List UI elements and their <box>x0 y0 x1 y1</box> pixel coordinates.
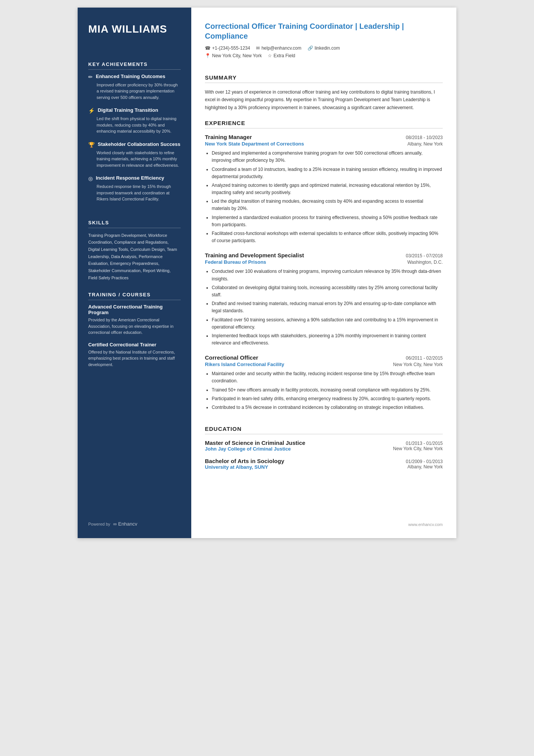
linkedin-contact: 🔗 linkedin.com <box>308 45 340 51</box>
training-section-title: TRAINING / COURSES <box>88 292 181 300</box>
exp-org: Rikers Island Correctional Facility <box>205 362 284 367</box>
edu-org-row: John Jay College of Criminal Justice New… <box>205 446 443 452</box>
main-footer: www.enhancv.com <box>205 515 443 527</box>
edu-location: Albany, New York <box>408 464 443 470</box>
training-item: Advanced Correctional Training Program P… <box>88 304 181 336</box>
training-item: Certified Correctional Trainer Offered b… <box>88 342 181 368</box>
achievement-header: 🏆 Stakeholder Collaboration Success <box>88 141 181 148</box>
sidebar-footer: Powered by ∞ Enhancv <box>88 510 181 527</box>
achievement-header: ⚡ Digital Training Transition <box>88 107 181 114</box>
experience-block: Training Manager 08/2018 - 10/2023 New Y… <box>205 134 443 244</box>
enhancv-brand: ∞ Enhancv <box>113 521 137 527</box>
achievement-title: Stakeholder Collaboration Success <box>98 141 180 148</box>
bullet-item: Designed and implemented a comprehensive… <box>212 150 443 164</box>
achievement-icon: ⚡ <box>88 108 95 114</box>
achievement-title: Enhanced Training Outcomes <box>96 74 165 80</box>
sidebar: MIA WILLIAMS KEY ACHIEVEMENTS ✏ Enhanced… <box>78 8 191 538</box>
linkedin-icon: 🔗 <box>308 45 313 51</box>
bullet-item: Facilitated over 50 training sessions, a… <box>212 316 443 331</box>
education-section-title: EDUCATION <box>205 426 443 434</box>
bullet-item: Maintained order and security within the… <box>212 370 443 385</box>
exp-title: Correctional Officer <box>205 354 258 361</box>
bullet-item: Participated in team-led safety drills, … <box>212 395 443 402</box>
achievement-item: ⚡ Digital Training Transition Led the sh… <box>88 107 181 135</box>
achievement-header: ◎ Incident Response Efficiency <box>88 175 181 182</box>
summary-text: With over 12 years of experience in corr… <box>205 88 443 111</box>
exp-date: 06/2011 - 02/2015 <box>406 355 443 361</box>
exp-date: 08/2018 - 10/2023 <box>406 135 443 140</box>
achievement-item: ◎ Incident Response Efficiency Reduced r… <box>88 175 181 202</box>
exp-bullets: Conducted over 100 evaluations of traini… <box>205 268 443 347</box>
edu-header: Master of Science in Criminal Justice 01… <box>205 440 443 446</box>
exp-bullets: Maintained order and security within the… <box>205 370 443 411</box>
training-title: Advanced Correctional Training Program <box>88 304 181 315</box>
achievement-header: ✏ Enhanced Training Outcomes <box>88 74 181 80</box>
edu-org: University at Albany, SUNY <box>205 464 268 470</box>
achievement-desc: Worked closely with stakeholders to refi… <box>88 150 181 169</box>
education-block: Bachelor of Arts in Sociology 01/2009 - … <box>205 458 443 470</box>
experience-block: Correctional Officer 06/2011 - 02/2015 R… <box>205 354 443 411</box>
achievement-item: 🏆 Stakeholder Collaboration Success Work… <box>88 141 181 169</box>
achievement-desc: Improved officer proficiency by 30% thro… <box>88 82 181 101</box>
edu-degree: Bachelor of Arts in Sociology <box>205 458 284 464</box>
edu-org: John Jay College of Criminal Justice <box>205 446 291 452</box>
skills-text: Training Program Development, Workforce … <box>88 232 181 282</box>
location-contact: 📍 New York City, New York <box>205 53 262 58</box>
edu-org-row: University at Albany, SUNY Albany, New Y… <box>205 464 443 470</box>
training-desc: Provided by the American Correctional As… <box>88 317 181 336</box>
training-title: Certified Correctional Trainer <box>88 342 181 347</box>
contact-row-2: 📍 New York City, New York ☆ Extra Field <box>205 53 443 58</box>
exp-title: Training Manager <box>205 134 252 140</box>
exp-org: Federal Bureau of Prisons <box>205 259 266 265</box>
exp-title: Training and Development Specialist <box>205 252 304 258</box>
edu-date: 01/2009 - 01/2013 <box>406 459 443 464</box>
star-icon: ☆ <box>268 53 272 58</box>
email-icon: ✉ <box>256 45 260 51</box>
website-url: www.enhancv.com <box>408 522 443 527</box>
edu-location: New York City, New York <box>393 446 443 452</box>
achievement-title: Incident Response Efficiency <box>96 175 164 182</box>
resume-page: MIA WILLIAMS KEY ACHIEVEMENTS ✏ Enhanced… <box>78 8 456 538</box>
skills-section-title: SKILLS <box>88 220 181 228</box>
summary-section-title: SUMMARY <box>205 74 443 83</box>
exp-org-row: Federal Bureau of Prisons Washington, D.… <box>205 259 443 265</box>
bullet-item: Implemented a standardized evaluation pr… <box>212 214 443 229</box>
bullet-item: Drafted and revised training materials, … <box>212 300 443 315</box>
exp-org-row: Rikers Island Correctional Facility New … <box>205 362 443 367</box>
achievement-icon: 🏆 <box>88 142 95 148</box>
email-value: help@enhancv.com <box>261 45 301 51</box>
exp-bullets: Designed and implemented a comprehensive… <box>205 150 443 244</box>
achievements-section-title: KEY ACHIEVEMENTS <box>88 61 181 70</box>
edu-date: 01/2013 - 01/2015 <box>406 441 443 446</box>
phone-icon: ☎ <box>205 45 211 51</box>
achievement-icon: ✏ <box>88 74 93 80</box>
bullet-item: Facilitated cross-functional workshops w… <box>212 230 443 244</box>
exp-org: New York State Department of Corrections <box>205 141 304 147</box>
training-desc: Offered by the National Institute of Cor… <box>88 349 181 368</box>
bullet-item: Led the digital transition of training m… <box>212 198 443 212</box>
powered-by-label: Powered by <box>88 522 110 526</box>
main-content: Correctional Officer Training Coordinato… <box>191 8 456 538</box>
achievement-desc: Led the shift from physical to digital t… <box>88 116 181 135</box>
exp-location: Albany, New York <box>408 141 443 147</box>
experience-list: Training Manager 08/2018 - 10/2023 New Y… <box>205 134 443 419</box>
experience-block: Training and Development Specialist 03/2… <box>205 252 443 347</box>
exp-date: 03/2015 - 07/2018 <box>406 253 443 258</box>
achievement-icon: ◎ <box>88 175 93 182</box>
exp-location: Washington, D.C. <box>407 260 443 265</box>
edu-header: Bachelor of Arts in Sociology 01/2009 - … <box>205 458 443 464</box>
education-block: Master of Science in Criminal Justice 01… <box>205 440 443 452</box>
achievement-item: ✏ Enhanced Training Outcomes Improved of… <box>88 74 181 101</box>
location-value: New York City, New York <box>212 53 262 58</box>
bullet-item: Conducted over 100 evaluations of traini… <box>212 268 443 282</box>
linkedin-value: linkedin.com <box>315 45 340 51</box>
edu-degree: Master of Science in Criminal Justice <box>205 440 305 446</box>
achievement-title: Digital Training Transition <box>98 107 158 114</box>
phone-contact: ☎ +1-(234)-555-1234 <box>205 45 250 51</box>
achievements-list: ✏ Enhanced Training Outcomes Improved of… <box>88 74 181 209</box>
bullet-item: Coordinated a team of 10 instructors, le… <box>212 166 443 180</box>
contact-row-1: ☎ +1-(234)-555-1234 ✉ help@enhancv.com 🔗… <box>205 45 443 51</box>
extra-contact: ☆ Extra Field <box>268 53 295 58</box>
exp-header: Training Manager 08/2018 - 10/2023 <box>205 134 443 140</box>
exp-header: Correctional Officer 06/2011 - 02/2015 <box>205 354 443 361</box>
